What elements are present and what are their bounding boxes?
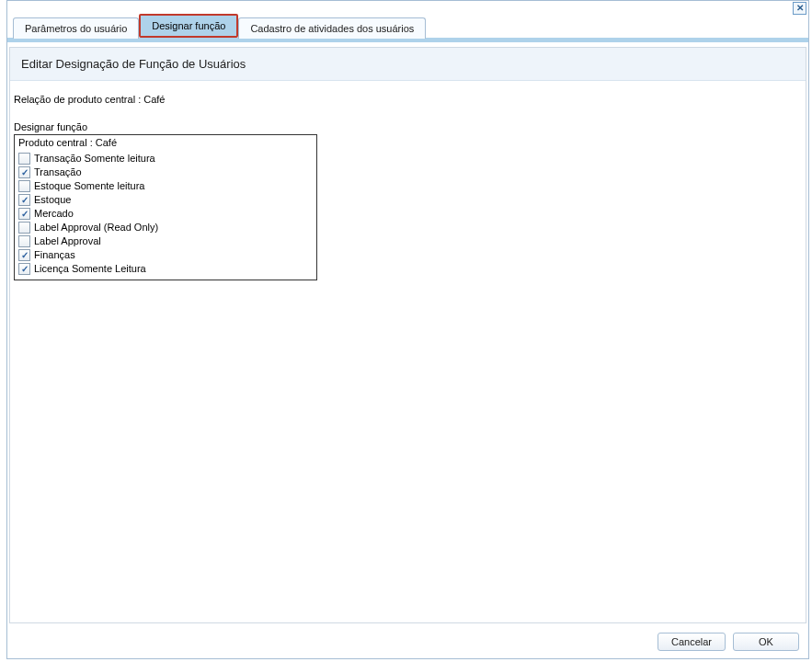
role-label: Label Approval <box>34 234 101 248</box>
ok-button[interactable]: OK <box>733 633 799 651</box>
tabstrip: Parâmetros do usuário Designar função Ca… <box>7 17 808 42</box>
cancel-button[interactable]: Cancelar <box>658 633 726 651</box>
section-title: Editar Designação de Função de Usuários <box>10 48 806 81</box>
role-checkbox[interactable] <box>18 235 30 247</box>
role-item: Finanças <box>18 248 313 262</box>
role-label: Estoque <box>34 193 71 207</box>
role-label: Transação <box>34 166 82 179</box>
tab-parametros[interactable]: Parâmetros do usuário <box>13 17 139 39</box>
role-label: Mercado <box>34 207 74 221</box>
role-checkbox[interactable] <box>18 166 30 178</box>
close-icon[interactable]: ✕ <box>793 2 806 15</box>
role-item: Estoque Somente leitura <box>18 179 313 193</box>
assign-label: Designar função <box>14 121 796 132</box>
role-box: Produto central : Café Transação Somente… <box>14 134 317 280</box>
role-item: Label Approval (Read Only) <box>18 221 313 234</box>
body-area: Relação de produto central : Café Design… <box>10 81 806 290</box>
titlebar: ✕ <box>7 1 808 17</box>
role-checkbox[interactable] <box>18 153 30 165</box>
role-item: Licença Somente Leitura <box>18 262 313 276</box>
role-item: Label Approval <box>18 234 313 248</box>
relation-line: Relação de produto central : Café <box>14 94 796 105</box>
role-item: Transação <box>18 166 313 179</box>
role-label: Finanças <box>34 248 75 262</box>
dialog-window: ✕ Parâmetros do usuário Designar função … <box>6 0 809 659</box>
button-bar: Cancelar OK <box>658 633 799 651</box>
role-box-title: Produto central : Café <box>18 137 313 148</box>
tab-cadastro-atividades[interactable]: Cadastro de atividades dos usuários <box>238 17 426 39</box>
role-item: Mercado <box>18 207 313 221</box>
role-checkbox[interactable] <box>18 249 30 261</box>
role-checkbox[interactable] <box>18 180 30 192</box>
role-label: Label Approval (Read Only) <box>34 221 158 234</box>
role-checkbox[interactable] <box>18 208 30 220</box>
role-checkbox[interactable] <box>18 222 30 234</box>
role-checkbox[interactable] <box>18 263 30 275</box>
tab-designar-funcao[interactable]: Designar função <box>139 14 238 38</box>
role-checkbox[interactable] <box>18 194 30 206</box>
role-label: Estoque Somente leitura <box>34 179 144 193</box>
main-panel: Editar Designação de Função de Usuários … <box>9 47 806 623</box>
role-label: Transação Somente leitura <box>34 152 155 166</box>
role-item: Transação Somente leitura <box>18 152 313 166</box>
role-item: Estoque <box>18 193 313 207</box>
role-label: Licença Somente Leitura <box>34 262 146 276</box>
